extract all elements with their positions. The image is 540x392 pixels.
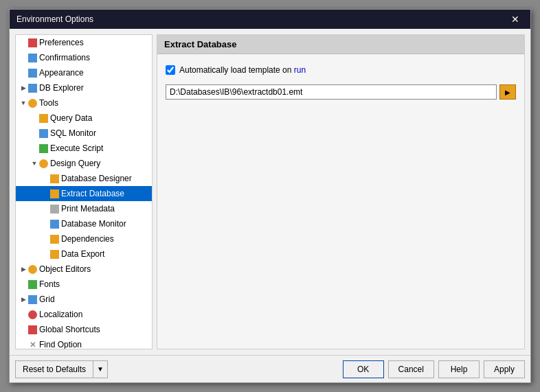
tree-item-appearance[interactable]: Appearance [16,65,152,80]
tree-item-grid[interactable]: ▶Grid [16,292,152,307]
cancel-button[interactable]: Cancel [388,360,434,378]
item-label: Confirmations [39,51,90,64]
item-icon [28,38,37,47]
section-header: Extract Database [157,35,524,54]
item-icon [28,99,37,108]
item-label: Global Shortcuts [39,323,100,336]
item-icon [39,144,48,153]
auto-load-checkbox[interactable] [166,65,175,75]
item-icon [28,69,37,78]
browse-button[interactable]: ▶ [499,84,516,100]
run-text: run [294,65,306,75]
tree-item-execute-script[interactable]: Execute Script [16,141,152,156]
apply-button[interactable]: Apply [484,360,525,378]
dialog-footer: Reset to Defaults ▼ OK Cancel Help Apply [10,355,530,382]
expand-icon: ▼ [30,157,39,170]
item-icon [50,220,59,229]
item-icon [28,280,37,289]
item-icon [39,129,48,138]
item-label: Query Data [50,112,92,124]
footer-left: Reset to Defaults ▼ [15,360,108,378]
item-label: Appearance [39,67,84,79]
expand-icon: ▶ [19,293,28,305]
ok-label: OK [357,365,369,374]
reset-defaults-dropdown[interactable]: ▼ [93,360,108,378]
item-label: Fonts [39,278,60,290]
expand-icon: ▶ [19,263,28,275]
item-label: Print Metadata [61,203,115,215]
item-icon [39,114,48,123]
item-label: DB Explorer [39,82,84,94]
item-label: Dependencies [61,233,114,245]
item-label: Database Monitor [61,218,126,230]
auto-load-row: Automatically load template on run [166,65,516,75]
section-content: Automatically load template on run ▶ [157,54,524,349]
tree-item-localization[interactable]: Localization [16,307,152,322]
item-icon [28,265,37,274]
item-label: Design Query [50,157,100,170]
tree-item-design-query[interactable]: ▼Design Query [16,156,152,171]
item-icon [50,189,59,198]
tree-item-print-metadata[interactable]: Print Metadata [16,201,152,216]
item-label: Preferences [39,36,84,49]
footer-right: OK Cancel Help Apply [343,360,525,378]
item-icon [50,174,59,183]
tree-item-fonts[interactable]: Fonts [16,277,152,292]
right-panel: Extract Database Automatically load temp… [157,34,525,349]
file-path-row: ▶ [166,84,516,100]
item-icon [50,250,59,259]
dialog-title: Environment Options [16,14,93,24]
tree-item-tools[interactable]: ▼Tools [16,95,152,111]
tree-item-query-data[interactable]: Query Data [16,111,152,126]
close-button[interactable]: ✕ [507,13,524,25]
tree-item-db-explorer[interactable]: ▶DB Explorer [16,80,152,95]
auto-load-text: Automatically load template on [179,65,291,75]
title-bar: Environment Options ✕ [10,10,530,29]
environment-options-dialog: Environment Options ✕ PreferencesConfirm… [9,9,531,383]
tree-item-dependencies[interactable]: Dependencies [16,231,152,246]
tree-item-database-designer[interactable]: Database Designer [16,171,152,186]
item-label: Execute Script [50,142,103,154]
tree-item-database-monitor[interactable]: Database Monitor [16,216,152,231]
ok-button[interactable]: OK [343,360,384,378]
item-icon [39,159,48,168]
item-label: Tools [39,97,58,109]
item-label: Database Designer [61,172,132,185]
item-icon: ✕ [28,341,37,349]
item-icon [28,84,37,93]
help-button[interactable]: Help [438,360,480,378]
item-icon [50,235,59,244]
item-label: Object Editors [39,263,91,275]
tree-item-find-option[interactable]: ✕Find Option [16,337,152,349]
auto-load-label: Automatically load template on run [179,65,306,75]
item-icon [28,295,37,304]
tree-item-sql-monitor[interactable]: SQL Monitor [16,126,152,141]
item-label: Grid [39,293,55,305]
tree-item-preferences[interactable]: Preferences [16,35,152,50]
item-label: Localization [39,308,82,321]
item-label: SQL Monitor [50,127,96,139]
browse-icon: ▶ [505,89,510,96]
dialog-body: PreferencesConfirmationsAppearance▶DB Ex… [10,29,530,355]
reset-defaults-button[interactable]: Reset to Defaults [15,360,93,378]
item-label: Find Option [39,338,82,349]
expand-icon: ▶ [19,82,28,94]
item-icon [50,205,59,214]
expand-icon: ▼ [19,97,28,109]
tree-item-extract-database[interactable]: Extract Database [16,186,152,201]
tree-item-object-editors[interactable]: ▶Object Editors [16,262,152,277]
item-label: Data Export [61,248,104,260]
item-icon [28,310,37,319]
tree-panel: PreferencesConfirmationsAppearance▶DB Ex… [15,34,153,349]
tree-item-data-export[interactable]: Data Export [16,246,152,262]
item-icon [28,325,37,334]
item-label: Extract Database [61,187,124,200]
tree-item-confirmations[interactable]: Confirmations [16,50,152,65]
file-path-input[interactable] [166,84,497,100]
item-icon [28,54,37,62]
tree-item-global-shortcuts[interactable]: Global Shortcuts [16,322,152,337]
